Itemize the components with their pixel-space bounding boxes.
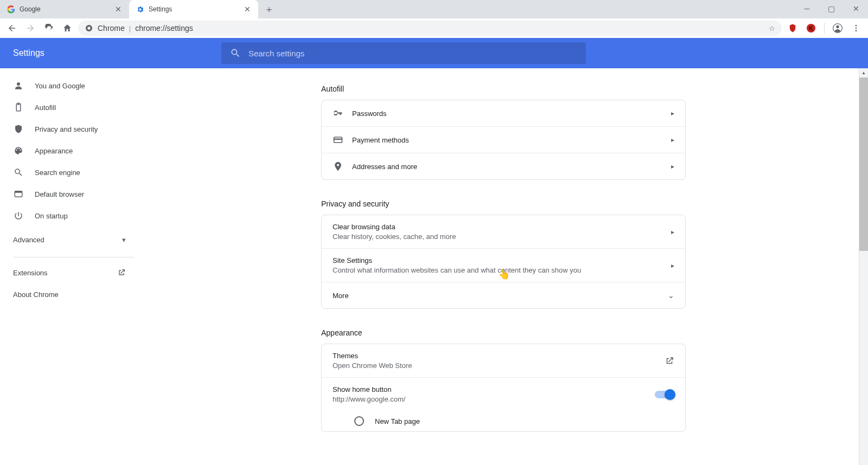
chrome-icon bbox=[85, 24, 93, 33]
row-payment-methods[interactable]: Payment methods ▸ bbox=[322, 127, 685, 153]
sidebar-about-chrome[interactable]: About Chrome bbox=[0, 283, 139, 305]
settings-sidebar: You and Google Autofill Privacy and secu… bbox=[0, 68, 139, 465]
reload-button[interactable] bbox=[41, 21, 56, 36]
settings-main: Autofill Passwords ▸ Payment methods ▸ A… bbox=[139, 68, 868, 465]
close-icon[interactable]: ✕ bbox=[114, 5, 123, 14]
sidebar-item-privacy[interactable]: Privacy and security bbox=[0, 118, 139, 140]
row-label: Passwords bbox=[352, 109, 671, 118]
radio-new-tab-page[interactable]: New Tab page bbox=[322, 411, 685, 431]
search-input[interactable] bbox=[248, 49, 577, 58]
row-label: Payment methods bbox=[352, 136, 671, 144]
section-title: Appearance bbox=[321, 328, 686, 337]
browser-tab-settings[interactable]: Settings ✕ bbox=[129, 0, 258, 18]
svg-rect-13 bbox=[334, 139, 342, 140]
tab-strip: Google ✕ Settings ✕ ＋ ─ ▢ ✕ bbox=[0, 0, 868, 18]
credit-card-icon bbox=[333, 134, 349, 145]
menu-dots-icon[interactable] bbox=[848, 21, 864, 36]
maximize-button[interactable]: ▢ bbox=[819, 0, 844, 17]
svg-point-5 bbox=[836, 25, 839, 28]
section-privacy: Privacy and security Clear browsing data… bbox=[321, 196, 686, 309]
palette-icon bbox=[13, 146, 24, 156]
sidebar-item-default-browser[interactable]: Default browser bbox=[0, 183, 139, 205]
svg-point-6 bbox=[856, 25, 857, 27]
scroll-up-icon[interactable]: ▲ bbox=[859, 68, 868, 78]
sidebar-item-autofill[interactable]: Autofill bbox=[0, 96, 139, 118]
close-window-button[interactable]: ✕ bbox=[844, 0, 868, 17]
page-title: Settings bbox=[13, 48, 44, 58]
privacy-card: Clear browsing data Clear history, cooki… bbox=[321, 215, 686, 309]
home-button[interactable] bbox=[60, 21, 75, 36]
key-icon bbox=[333, 108, 349, 119]
row-clear-browsing-data[interactable]: Clear browsing data Clear history, cooki… bbox=[322, 215, 685, 249]
location-icon bbox=[333, 161, 349, 172]
back-button[interactable] bbox=[4, 21, 20, 36]
section-autofill: Autofill Passwords ▸ Payment methods ▸ A… bbox=[321, 81, 686, 180]
omnibox-url: chrome://settings bbox=[135, 24, 193, 33]
sidebar-item-on-startup[interactable]: On startup bbox=[0, 205, 139, 227]
open-external-icon bbox=[665, 356, 674, 366]
radio-label: New Tab page bbox=[375, 417, 420, 425]
row-label: Site Settings bbox=[333, 256, 671, 264]
settings-content: You and Google Autofill Privacy and secu… bbox=[0, 68, 868, 465]
extension-avatar-icon[interactable]: K bbox=[803, 21, 819, 36]
svg-text:K: K bbox=[809, 25, 813, 31]
row-more[interactable]: More ⌄ bbox=[322, 282, 685, 308]
shield-icon bbox=[13, 124, 24, 134]
row-label: Clear browsing data bbox=[333, 223, 671, 231]
sidebar-item-you-and-google[interactable]: You and Google bbox=[0, 75, 139, 96]
chevron-right-icon: ▸ bbox=[671, 109, 674, 117]
svg-point-8 bbox=[856, 30, 857, 31]
browser-icon bbox=[13, 189, 24, 199]
chevron-right-icon: ▸ bbox=[671, 163, 674, 170]
sidebar-divider bbox=[13, 257, 135, 257]
forward-button[interactable] bbox=[23, 21, 38, 36]
sidebar-item-appearance[interactable]: Appearance bbox=[0, 140, 139, 162]
close-icon[interactable]: ✕ bbox=[243, 5, 252, 14]
svg-point-7 bbox=[856, 28, 857, 29]
sidebar-item-label: You and Google bbox=[35, 82, 85, 90]
chevron-right-icon: ▸ bbox=[671, 228, 674, 236]
sidebar-advanced[interactable]: Advanced ▾ bbox=[0, 227, 139, 253]
google-favicon-icon bbox=[7, 5, 15, 14]
browser-tab-google[interactable]: Google ✕ bbox=[0, 0, 129, 18]
settings-header: Settings bbox=[0, 38, 868, 68]
row-show-home-button: Show home button http://www.google.com/ bbox=[322, 378, 685, 411]
row-themes[interactable]: Themes Open Chrome Web Store bbox=[322, 344, 685, 378]
profile-icon[interactable] bbox=[830, 21, 845, 36]
sidebar-item-label: Default browser bbox=[35, 190, 84, 198]
advanced-label: Advanced bbox=[13, 236, 44, 244]
scrollbar-thumb[interactable] bbox=[859, 78, 868, 251]
home-button-toggle[interactable] bbox=[655, 391, 674, 398]
sidebar-item-label: Autofill bbox=[35, 104, 56, 112]
open-external-icon bbox=[117, 268, 126, 277]
section-title: Autofill bbox=[321, 85, 686, 93]
address-bar[interactable]: Chrome | chrome://settings ☆ bbox=[78, 21, 782, 36]
extensions-label: Extensions bbox=[13, 269, 48, 277]
settings-search[interactable] bbox=[221, 42, 586, 64]
sidebar-item-label: Privacy and security bbox=[35, 125, 98, 133]
bookmark-star-icon[interactable]: ☆ bbox=[769, 24, 775, 33]
row-label: More bbox=[333, 292, 668, 300]
sidebar-extensions[interactable]: Extensions bbox=[0, 262, 139, 283]
person-icon bbox=[13, 81, 24, 91]
browser-toolbar: Chrome | chrome://settings ☆ K bbox=[0, 18, 868, 38]
section-appearance: Appearance Themes Open Chrome Web Store … bbox=[321, 325, 686, 432]
row-sublabel: Clear history, cookies, cache, and more bbox=[333, 232, 671, 241]
vertical-scrollbar[interactable]: ▲ bbox=[859, 68, 868, 465]
minimize-button[interactable]: ─ bbox=[795, 0, 819, 17]
row-sublabel: http://www.google.com/ bbox=[333, 395, 655, 403]
row-addresses[interactable]: Addresses and more ▸ bbox=[322, 153, 685, 179]
svg-rect-11 bbox=[15, 191, 22, 193]
sidebar-item-label: On startup bbox=[35, 212, 68, 220]
chevron-right-icon: ▸ bbox=[671, 136, 674, 144]
row-label: Show home button bbox=[333, 385, 655, 393]
search-icon bbox=[13, 167, 24, 177]
row-passwords[interactable]: Passwords ▸ bbox=[322, 100, 685, 127]
new-tab-button[interactable]: ＋ bbox=[261, 2, 277, 17]
row-site-settings[interactable]: Site Settings Control what information w… bbox=[322, 249, 685, 282]
sidebar-item-search-engine[interactable]: Search engine bbox=[0, 162, 139, 183]
autofill-card: Passwords ▸ Payment methods ▸ Addresses … bbox=[321, 100, 686, 180]
mcafee-extension-icon[interactable] bbox=[785, 21, 800, 36]
omnibox-scheme: Chrome bbox=[98, 24, 125, 33]
chevron-down-icon: ⌄ bbox=[668, 291, 674, 300]
